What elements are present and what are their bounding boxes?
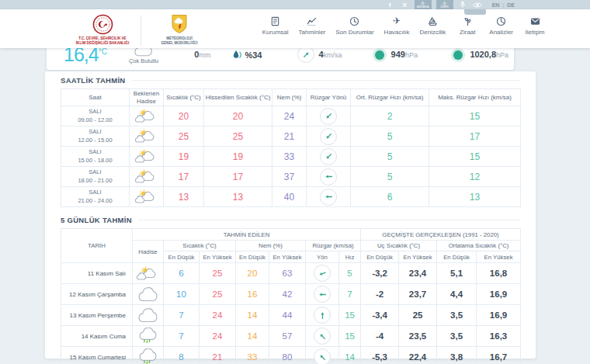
partly-sunny-icon (135, 128, 158, 144)
hourly-row: SALI21.00 - 24.00 13 13 40 6 13 (61, 187, 521, 207)
hum-min: 16 (236, 284, 269, 305)
x-glyph: X (403, 2, 407, 9)
accessibility-eye-icon[interactable] (473, 0, 483, 9)
extreme-max: 25 (399, 305, 437, 326)
pressure-dot-icon (375, 50, 384, 60)
temperature: 17 (164, 167, 204, 187)
nav-item-havacilik[interactable]: ✈ Havacılık (384, 16, 410, 36)
hum-max: 42 (269, 284, 306, 305)
temp-min: 10 (164, 284, 200, 305)
wind-direction-icon (320, 168, 337, 185)
wind-direction (306, 284, 339, 305)
time-slot: SALI12.00 - 15.00 (61, 127, 130, 147)
hourly-row: SALI18.00 - 21.00 17 17 37 5 12 (61, 167, 521, 187)
nav-item-denizcilik[interactable]: Denizcilik (420, 16, 446, 36)
partly-sunny-icon (137, 265, 160, 282)
nav-item-son-durumlar[interactable]: Son Durumlar (335, 16, 373, 36)
nav-label: Havacılık (384, 29, 410, 36)
hourly-row: SALI15.00 - 18.00 19 19 33 5 15 (61, 147, 521, 167)
microphone-icon[interactable] (458, 0, 468, 9)
date: 13 Kasım Perşembe (61, 305, 133, 326)
avg-min: 3,5 (437, 326, 477, 347)
temp-min: 7 (164, 305, 200, 326)
nav-label: Analizler (489, 29, 513, 36)
temp-max: 24 (200, 305, 236, 326)
temp-min: 7 (164, 326, 200, 347)
hum-max: 63 (269, 263, 306, 284)
date: 11 Kasım Salı (61, 263, 133, 284)
ministry-caption: T.C. ÇEVRE, ŞEHİRCİLİK VE İKLİM DEĞİŞİKL… (76, 36, 129, 46)
temp-min: 6 (164, 263, 200, 284)
humidity: 24 (272, 106, 307, 127)
analizler-icon (496, 16, 506, 26)
ministry-emblem-icon (92, 14, 113, 35)
main-nav: Kurumsal Tahminler Son Durumlar ✈ Havacı… (262, 16, 547, 36)
nav-item-iletisim[interactable]: İletişim (523, 16, 547, 36)
lang-de[interactable]: DE (507, 2, 515, 8)
temperature: 19 (164, 147, 204, 167)
facebook-glyph: f (389, 2, 391, 9)
denizcilik-icon (428, 16, 438, 26)
topbar: f X ANKARA İZMİR EN | DE (0, 0, 590, 9)
condition (133, 263, 164, 284)
nav-item-ziraat[interactable]: Ziraat (456, 16, 479, 36)
predicted-group-header: TAHMİN EDİLEN (133, 229, 361, 241)
avg-max: 16,7 (477, 347, 521, 364)
city-widget-ankara[interactable]: ANKARA (415, 0, 432, 9)
x-twitter-icon[interactable]: X (400, 0, 410, 9)
tahminler-icon (307, 16, 317, 26)
nav-item-kurumsal[interactable]: Kurumsal (262, 16, 289, 36)
ministry-logo[interactable]: T.C. ÇEVRE, ŞEHİRCİLİK VE İKLİM DEĞİŞİKL… (71, 14, 134, 46)
wind-direction-icon (297, 46, 314, 63)
wind-direction-icon (320, 148, 337, 165)
hourly-row: SALI12.00 - 15.00 25 25 21 5 17 (61, 127, 521, 147)
facebook-icon[interactable]: f (385, 0, 395, 9)
max-wind: 15 (429, 106, 521, 127)
condition (133, 284, 164, 305)
date: 12 Kasım Çarşamba (61, 284, 133, 305)
city-widget-label: ANKARA (417, 6, 429, 9)
hum-max: 57 (269, 326, 306, 347)
nav-item-analizler[interactable]: Analizler (489, 16, 513, 36)
humidity-drop-icon (232, 50, 242, 60)
extreme-min: -5,3 (361, 347, 399, 364)
hum-max: 44 (269, 305, 306, 326)
rain-icon (137, 348, 160, 364)
hourly-section-title: SAATLİK TAHMİN (61, 75, 520, 85)
nav-label: Son Durumlar (335, 29, 373, 36)
logos: T.C. ÇEVRE, ŞEHİRCİLİK VE İKLİM DEĞİŞİKL… (71, 14, 210, 47)
mgm-logo[interactable]: METEOROLOJİ GENEL MÜDÜRLÜĞÜ (148, 14, 210, 46)
avg-max: 16,8 (477, 263, 521, 284)
avg-min: 5,1 (437, 263, 477, 284)
lang-en[interactable]: EN (492, 2, 500, 8)
eye-icon (473, 2, 482, 9)
site-header: T.C. ÇEVRE, ŞEHİRCİLİK VE İKLİM DEĞİŞİKL… (0, 9, 590, 48)
feels-like: 20 (204, 106, 272, 127)
date: 14 Kasım Cuma (61, 326, 133, 347)
temperature: 20 (164, 106, 204, 127)
humidity: 40 (272, 187, 307, 207)
wind-direction-icon (314, 348, 331, 364)
extreme-max: 22,4 (399, 347, 437, 364)
cloudy-icon (137, 307, 160, 324)
temp-max: 24 (200, 326, 236, 347)
extreme-max: 23,4 (399, 263, 437, 284)
wind-direction-icon (314, 328, 331, 345)
feels-like: 13 (204, 187, 272, 207)
nav-item-tahminler[interactable]: Tahminler (299, 16, 326, 36)
wind-speed: 5 (339, 263, 361, 284)
expected-condition (130, 167, 164, 187)
daily-row: 13 Kasım Perşembe 7 24 14 44 15 -3,4 25 … (61, 305, 521, 326)
city-widget-izmir[interactable]: İZMİR (436, 0, 453, 9)
avg-max: 16,3 (477, 326, 521, 347)
temp-max: 25 (200, 263, 236, 284)
time-slot: SALI15.00 - 18.00 (61, 147, 130, 167)
wind-direction (307, 147, 351, 167)
expected-condition (130, 187, 164, 207)
extreme-min: -4 (361, 326, 399, 347)
max-wind: 13 (429, 187, 521, 207)
extreme-min: -3,4 (361, 305, 399, 326)
partly-sunny-icon (135, 168, 158, 185)
avg-wind: 5 (351, 127, 429, 147)
iletisim-icon (530, 16, 540, 26)
